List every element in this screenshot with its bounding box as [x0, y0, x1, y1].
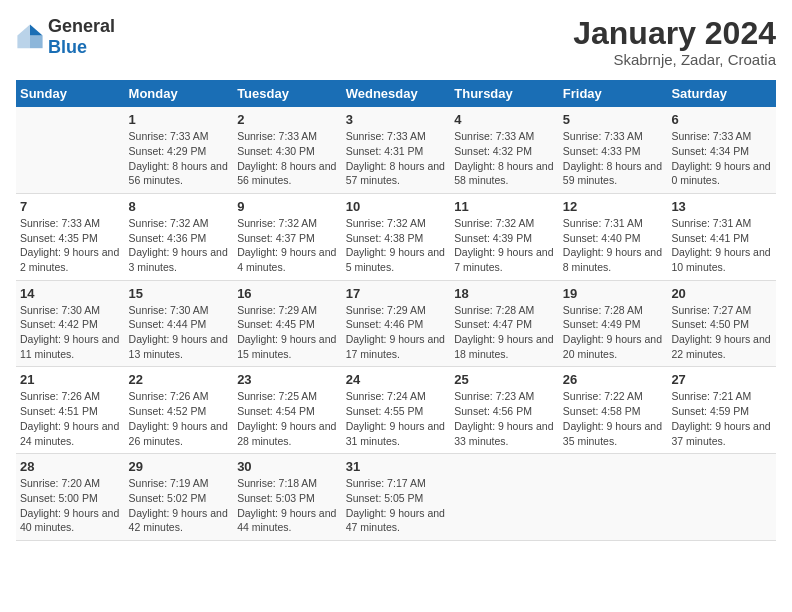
day-number: 22: [129, 372, 230, 387]
day-number: 10: [346, 199, 447, 214]
page-header: General Blue January 2024 Skabrnje, Zada…: [16, 16, 776, 68]
day-info: Sunrise: 7:19 AMSunset: 5:02 PMDaylight:…: [129, 476, 230, 535]
cell-w4-d3: 23Sunrise: 7:25 AMSunset: 4:54 PMDayligh…: [233, 367, 342, 454]
day-number: 15: [129, 286, 230, 301]
day-number: 3: [346, 112, 447, 127]
cell-w2-d4: 10Sunrise: 7:32 AMSunset: 4:38 PMDayligh…: [342, 193, 451, 280]
cell-w1-d7: 6Sunrise: 7:33 AMSunset: 4:34 PMDaylight…: [667, 107, 776, 193]
day-info: Sunrise: 7:32 AMSunset: 4:36 PMDaylight:…: [129, 216, 230, 275]
week-row-5: 28Sunrise: 7:20 AMSunset: 5:00 PMDayligh…: [16, 454, 776, 541]
day-info: Sunrise: 7:32 AMSunset: 4:39 PMDaylight:…: [454, 216, 555, 275]
day-number: 27: [671, 372, 772, 387]
header-saturday: Saturday: [667, 80, 776, 107]
day-number: 14: [20, 286, 121, 301]
cell-w3-d7: 20Sunrise: 7:27 AMSunset: 4:50 PMDayligh…: [667, 280, 776, 367]
cell-w5-d1: 28Sunrise: 7:20 AMSunset: 5:00 PMDayligh…: [16, 454, 125, 541]
cell-w3-d6: 19Sunrise: 7:28 AMSunset: 4:49 PMDayligh…: [559, 280, 668, 367]
cell-w5-d3: 30Sunrise: 7:18 AMSunset: 5:03 PMDayligh…: [233, 454, 342, 541]
cell-w5-d4: 31Sunrise: 7:17 AMSunset: 5:05 PMDayligh…: [342, 454, 451, 541]
week-row-4: 21Sunrise: 7:26 AMSunset: 4:51 PMDayligh…: [16, 367, 776, 454]
day-info: Sunrise: 7:28 AMSunset: 4:47 PMDaylight:…: [454, 303, 555, 362]
svg-marker-2: [17, 24, 30, 48]
day-info: Sunrise: 7:26 AMSunset: 4:51 PMDaylight:…: [20, 389, 121, 448]
cell-w3-d1: 14Sunrise: 7:30 AMSunset: 4:42 PMDayligh…: [16, 280, 125, 367]
main-title: January 2024: [573, 16, 776, 51]
day-info: Sunrise: 7:31 AMSunset: 4:40 PMDaylight:…: [563, 216, 664, 275]
cell-w3-d5: 18Sunrise: 7:28 AMSunset: 4:47 PMDayligh…: [450, 280, 559, 367]
cell-w2-d5: 11Sunrise: 7:32 AMSunset: 4:39 PMDayligh…: [450, 193, 559, 280]
cell-w4-d5: 25Sunrise: 7:23 AMSunset: 4:56 PMDayligh…: [450, 367, 559, 454]
day-number: 12: [563, 199, 664, 214]
day-info: Sunrise: 7:21 AMSunset: 4:59 PMDaylight:…: [671, 389, 772, 448]
subtitle: Skabrnje, Zadar, Croatia: [573, 51, 776, 68]
day-info: Sunrise: 7:33 AMSunset: 4:35 PMDaylight:…: [20, 216, 121, 275]
cell-w1-d3: 2Sunrise: 7:33 AMSunset: 4:30 PMDaylight…: [233, 107, 342, 193]
day-info: Sunrise: 7:23 AMSunset: 4:56 PMDaylight:…: [454, 389, 555, 448]
day-number: 9: [237, 199, 338, 214]
week-row-3: 14Sunrise: 7:30 AMSunset: 4:42 PMDayligh…: [16, 280, 776, 367]
logo-text: General Blue: [48, 16, 115, 58]
cell-w2-d7: 13Sunrise: 7:31 AMSunset: 4:41 PMDayligh…: [667, 193, 776, 280]
cell-w2-d2: 8Sunrise: 7:32 AMSunset: 4:36 PMDaylight…: [125, 193, 234, 280]
header-sunday: Sunday: [16, 80, 125, 107]
day-number: 25: [454, 372, 555, 387]
day-info: Sunrise: 7:29 AMSunset: 4:46 PMDaylight:…: [346, 303, 447, 362]
day-number: 11: [454, 199, 555, 214]
day-number: 26: [563, 372, 664, 387]
logo: General Blue: [16, 16, 115, 58]
cell-w5-d2: 29Sunrise: 7:19 AMSunset: 5:02 PMDayligh…: [125, 454, 234, 541]
cell-w4-d6: 26Sunrise: 7:22 AMSunset: 4:58 PMDayligh…: [559, 367, 668, 454]
day-info: Sunrise: 7:33 AMSunset: 4:30 PMDaylight:…: [237, 129, 338, 188]
week-row-2: 7Sunrise: 7:33 AMSunset: 4:35 PMDaylight…: [16, 193, 776, 280]
day-number: 30: [237, 459, 338, 474]
cell-w5-d5: [450, 454, 559, 541]
day-info: Sunrise: 7:22 AMSunset: 4:58 PMDaylight:…: [563, 389, 664, 448]
day-number: 4: [454, 112, 555, 127]
cell-w3-d3: 16Sunrise: 7:29 AMSunset: 4:45 PMDayligh…: [233, 280, 342, 367]
day-number: 17: [346, 286, 447, 301]
day-number: 7: [20, 199, 121, 214]
day-info: Sunrise: 7:33 AMSunset: 4:34 PMDaylight:…: [671, 129, 772, 188]
day-info: Sunrise: 7:25 AMSunset: 4:54 PMDaylight:…: [237, 389, 338, 448]
svg-marker-1: [30, 36, 43, 49]
cell-w4-d2: 22Sunrise: 7:26 AMSunset: 4:52 PMDayligh…: [125, 367, 234, 454]
day-number: 13: [671, 199, 772, 214]
svg-marker-0: [30, 24, 43, 35]
header-row: Sunday Monday Tuesday Wednesday Thursday…: [16, 80, 776, 107]
header-friday: Friday: [559, 80, 668, 107]
day-number: 20: [671, 286, 772, 301]
cell-w4-d7: 27Sunrise: 7:21 AMSunset: 4:59 PMDayligh…: [667, 367, 776, 454]
header-tuesday: Tuesday: [233, 80, 342, 107]
day-info: Sunrise: 7:27 AMSunset: 4:50 PMDaylight:…: [671, 303, 772, 362]
day-info: Sunrise: 7:28 AMSunset: 4:49 PMDaylight:…: [563, 303, 664, 362]
day-info: Sunrise: 7:33 AMSunset: 4:32 PMDaylight:…: [454, 129, 555, 188]
day-number: 21: [20, 372, 121, 387]
day-number: 31: [346, 459, 447, 474]
cell-w1-d2: 1Sunrise: 7:33 AMSunset: 4:29 PMDaylight…: [125, 107, 234, 193]
day-number: 24: [346, 372, 447, 387]
day-info: Sunrise: 7:33 AMSunset: 4:31 PMDaylight:…: [346, 129, 447, 188]
cell-w4-d4: 24Sunrise: 7:24 AMSunset: 4:55 PMDayligh…: [342, 367, 451, 454]
day-number: 28: [20, 459, 121, 474]
day-number: 18: [454, 286, 555, 301]
day-number: 16: [237, 286, 338, 301]
header-wednesday: Wednesday: [342, 80, 451, 107]
day-info: Sunrise: 7:18 AMSunset: 5:03 PMDaylight:…: [237, 476, 338, 535]
day-info: Sunrise: 7:31 AMSunset: 4:41 PMDaylight:…: [671, 216, 772, 275]
day-info: Sunrise: 7:33 AMSunset: 4:29 PMDaylight:…: [129, 129, 230, 188]
title-section: January 2024 Skabrnje, Zadar, Croatia: [573, 16, 776, 68]
cell-w5-d7: [667, 454, 776, 541]
calendar-table: Sunday Monday Tuesday Wednesday Thursday…: [16, 80, 776, 541]
cell-w1-d6: 5Sunrise: 7:33 AMSunset: 4:33 PMDaylight…: [559, 107, 668, 193]
header-thursday: Thursday: [450, 80, 559, 107]
day-number: 2: [237, 112, 338, 127]
cell-w4-d1: 21Sunrise: 7:26 AMSunset: 4:51 PMDayligh…: [16, 367, 125, 454]
logo-blue: Blue: [48, 37, 87, 57]
day-info: Sunrise: 7:17 AMSunset: 5:05 PMDaylight:…: [346, 476, 447, 535]
cell-w1-d4: 3Sunrise: 7:33 AMSunset: 4:31 PMDaylight…: [342, 107, 451, 193]
day-info: Sunrise: 7:30 AMSunset: 4:44 PMDaylight:…: [129, 303, 230, 362]
logo-general: General: [48, 16, 115, 36]
day-number: 8: [129, 199, 230, 214]
calendar-body: 1Sunrise: 7:33 AMSunset: 4:29 PMDaylight…: [16, 107, 776, 540]
day-info: Sunrise: 7:32 AMSunset: 4:37 PMDaylight:…: [237, 216, 338, 275]
